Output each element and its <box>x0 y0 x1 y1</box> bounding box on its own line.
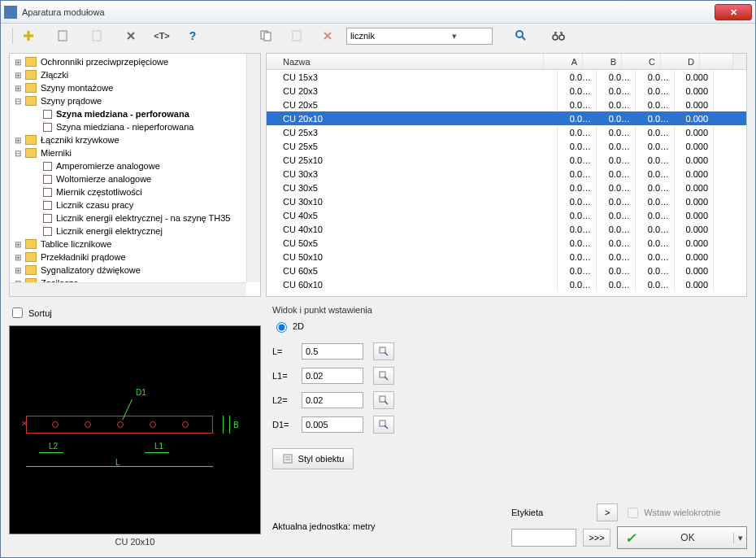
tree-item[interactable]: ⊟Mierniki <box>10 146 260 159</box>
col-b[interactable]: B <box>583 54 622 69</box>
col-c[interactable]: C <box>622 54 661 69</box>
cell-d: 0.000 <box>675 222 714 236</box>
collapse-icon[interactable]: ⊟ <box>13 97 23 106</box>
col-a[interactable]: A <box>544 54 583 69</box>
cell-c: 0.0… <box>636 153 675 167</box>
delete-icon[interactable] <box>319 27 337 45</box>
cell-c: 0.0… <box>636 264 675 277</box>
param-D1-pick[interactable] <box>373 416 394 434</box>
add-icon[interactable] <box>20 27 37 45</box>
tree-scroll-h[interactable] <box>10 282 246 296</box>
table-scroll-up[interactable] <box>732 54 746 69</box>
parts-table[interactable]: Nazwa A B C D CU 15x30.0…0.0…0.0…0.000CU… <box>266 53 747 297</box>
expand-icon[interactable]: ⊞ <box>13 266 23 275</box>
expand-icon[interactable]: ⊞ <box>13 253 23 262</box>
etykieta-more-button[interactable]: >>> <box>583 529 610 547</box>
expand-icon[interactable]: ⊞ <box>13 58 23 67</box>
tools-icon[interactable] <box>122 27 140 45</box>
copy-icon[interactable] <box>257 27 275 45</box>
app-icon <box>4 6 17 19</box>
close-button[interactable]: ✕ <box>715 4 752 20</box>
doc2-icon[interactable] <box>88 27 106 45</box>
cell-b: 0.0… <box>597 98 636 111</box>
cell-name: CU 60x10 <box>267 277 558 291</box>
table-row[interactable]: CU 20x50.0…0.0…0.0…0.000 <box>267 98 746 111</box>
table-row[interactable]: CU 40x50.0…0.0…0.0…0.000 <box>267 208 746 222</box>
folder-icon <box>25 96 37 106</box>
ok-dropdown-icon[interactable]: ▾ <box>733 533 746 543</box>
category-tree[interactable]: ⊞Ochronniki przeciwprzepięciowe⊞Złączki⊞… <box>9 53 261 297</box>
expand-icon[interactable]: ⊞ <box>13 136 23 145</box>
search-input[interactable]: licznik ▾ <box>346 28 493 45</box>
tree-item[interactable]: Licznik energii elektrycznej <box>10 225 260 238</box>
tree-item[interactable]: ⊟Szyny prądowe <box>10 94 260 107</box>
document-icon <box>43 162 52 171</box>
svg-point-5 <box>516 31 523 37</box>
text-icon[interactable]: <T> <box>153 27 171 45</box>
table-row[interactable]: CU 20x100.0…0.0…0.0…0.000 <box>267 111 746 125</box>
etykieta-input[interactable] <box>511 529 576 547</box>
table-row[interactable]: CU 15x30.0…0.0…0.0…0.000 <box>267 70 746 84</box>
param-L1-input[interactable] <box>302 368 363 384</box>
table-row[interactable]: CU 50x50.0…0.0…0.0…0.000 <box>267 236 746 250</box>
sort-checkbox[interactable] <box>12 307 23 318</box>
tree-scroll-v[interactable] <box>246 54 260 282</box>
table-row[interactable]: CU 50x100.0…0.0…0.0…0.000 <box>267 250 746 264</box>
tree-item-label: Tablice licznikowe <box>39 239 113 249</box>
ok-button[interactable]: ✓ OK ▾ <box>617 526 747 549</box>
tree-item[interactable]: Szyna miedziana - perforowana <box>10 107 260 120</box>
table-row[interactable]: CU 30x50.0…0.0…0.0…0.000 <box>267 181 746 194</box>
search-icon[interactable] <box>512 27 530 45</box>
param-L2-pick[interactable] <box>373 391 394 409</box>
tree-item[interactable]: ⊞Szyny montażowe <box>10 81 260 94</box>
tree-item[interactable]: ⊞Przekładniki prądowe <box>10 251 260 264</box>
param-D1-input[interactable] <box>302 416 363 433</box>
doc1-icon[interactable] <box>54 27 72 45</box>
mode-2d-radio[interactable] <box>276 322 287 333</box>
tree-item[interactable]: Licznik energii elektrycznej - na szynę … <box>10 211 260 225</box>
tree-item[interactable]: Woltomierze analogowe <box>10 172 260 185</box>
doc3-icon[interactable] <box>288 27 306 45</box>
tree-item-label: Mierniki <box>39 148 73 158</box>
expand-icon[interactable]: ⊞ <box>13 71 23 80</box>
cell-c: 0.0… <box>636 208 675 222</box>
etykieta-expand-button[interactable]: > <box>597 504 618 521</box>
tree-item[interactable]: ⊞Łączniki krzywkowe <box>10 133 260 146</box>
styl-obiektu-button[interactable]: Styl obiektu <box>272 448 354 469</box>
tree-item-label: Woltomierze analogowe <box>54 174 153 184</box>
tree-item[interactable]: ⊞Ochronniki przeciwprzepięciowe <box>10 55 260 68</box>
param-L-input[interactable] <box>302 343 363 360</box>
table-row[interactable]: CU 25x30.0…0.0…0.0…0.000 <box>267 125 746 139</box>
collapse-icon[interactable]: ⊟ <box>13 149 23 158</box>
expand-icon[interactable]: ⊞ <box>13 240 23 249</box>
tree-item[interactable]: ⊞Złączki <box>10 68 260 81</box>
tree-item[interactable]: ⊞Sygnalizatory dźwiękowe <box>10 264 260 277</box>
cell-b: 0.0… <box>597 167 636 181</box>
tree-item[interactable]: Licznik czasu pracy <box>10 198 260 211</box>
tree-item[interactable]: Szyna miedziana - nieperforowana <box>10 120 260 133</box>
expand-icon[interactable]: ⊞ <box>13 84 23 93</box>
table-row[interactable]: CU 30x30.0…0.0…0.0…0.000 <box>267 167 746 181</box>
param-L1-pick[interactable] <box>373 367 394 385</box>
table-row[interactable]: CU 60x100.0…0.0…0.0…0.000 <box>267 277 746 291</box>
table-row[interactable]: CU 25x100.0…0.0…0.0…0.000 <box>267 153 746 167</box>
col-d[interactable]: D <box>661 54 700 69</box>
cell-d: 0.000 <box>675 125 714 139</box>
col-name[interactable]: Nazwa <box>267 54 544 69</box>
param-L2-input[interactable] <box>302 392 363 408</box>
table-row[interactable]: CU 20x30.0…0.0…0.0…0.000 <box>267 84 746 98</box>
cell-name: CU 20x5 <box>267 98 558 111</box>
tree-item[interactable]: ⊞Tablice licznikowe <box>10 238 260 251</box>
help-icon[interactable]: ? <box>184 27 202 45</box>
param-L-pick[interactable] <box>373 342 394 360</box>
table-row[interactable]: CU 60x50.0…0.0…0.0…0.000 <box>267 264 746 277</box>
binoculars-icon[interactable] <box>550 27 567 45</box>
table-row[interactable]: CU 25x50.0…0.0…0.0…0.000 <box>267 139 746 153</box>
dropdown-icon[interactable]: ▾ <box>419 31 489 41</box>
tree-item[interactable]: Miernik częstotliwości <box>10 185 260 198</box>
tree-item[interactable]: Amperomierze analogowe <box>10 159 260 172</box>
table-row[interactable]: CU 40x100.0…0.0…0.0…0.000 <box>267 222 746 236</box>
cell-a: 0.0… <box>558 181 597 194</box>
wstaw-checkbox[interactable] <box>628 508 638 518</box>
table-row[interactable]: CU 30x100.0…0.0…0.0…0.000 <box>267 194 746 208</box>
